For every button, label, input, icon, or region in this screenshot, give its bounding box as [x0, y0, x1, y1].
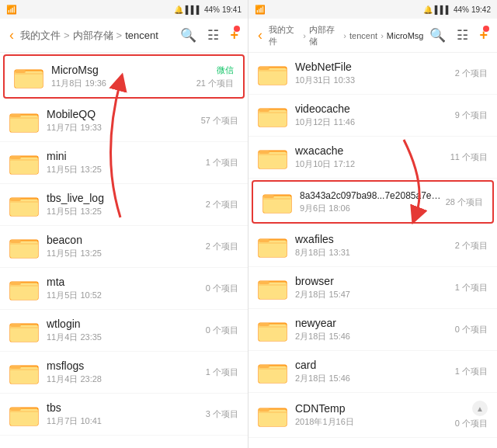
- top-icons-left: 🔍 ☷ +: [180, 27, 238, 43]
- list-item[interactable]: wtlogin 11月4日 23:35 0 个项目: [0, 310, 248, 352]
- list-item[interactable]: videocache 10月12日 11:46 9 个项目: [248, 95, 497, 137]
- bc-current-r: MicroMsg: [387, 31, 424, 40]
- file-meta: 1 个项目: [206, 157, 238, 168]
- file-date: 2月18日 15:47: [295, 289, 455, 300]
- file-name: mini: [47, 150, 206, 162]
- file-count: 9 个项目: [455, 109, 488, 121]
- list-item[interactable]: msflogs 11月4日 23:28 1 个项目: [0, 352, 248, 394]
- wifi-icon: 📶: [6, 5, 17, 15]
- list-item[interactable]: WebNetFile 10月31日 10:33 2 个项目: [248, 53, 497, 95]
- file-info: 8a343a2c097ba98...7e2085a7ebbc42 9月6日 18…: [300, 190, 446, 214]
- file-count: 1 个项目: [455, 366, 488, 377]
- back-button-left[interactable]: ‹: [9, 27, 14, 43]
- list-item[interactable]: CDNTemp 2018年1月16日 ▲ 0 个项目: [248, 393, 497, 438]
- file-count: 2 个项目: [455, 68, 488, 79]
- add-button-left[interactable]: +: [230, 27, 238, 43]
- status-right-r: 🔔 ▌▌▌ 44% 19:42: [423, 5, 491, 14]
- file-count: 0 个项目: [455, 324, 488, 335]
- folder-icon: [9, 109, 39, 134]
- new-dot-left: [234, 26, 240, 32]
- list-item[interactable]: wxacache 10月10日 17:12 11 个项目: [248, 137, 497, 179]
- file-meta: 1 个项目: [455, 282, 488, 293]
- file-info: browser 2月18日 15:47: [295, 275, 455, 300]
- file-count: 3 个项目: [206, 408, 238, 420]
- search-button-left[interactable]: 🔍: [180, 27, 196, 43]
- breadcrumb-root: 我的文件: [20, 29, 61, 43]
- grid-button-right[interactable]: ☷: [457, 27, 468, 43]
- file-info: wtlogin 11月4日 23:35: [47, 318, 206, 343]
- file-meta: 1 个项目: [206, 366, 238, 378]
- list-item[interactable]: MobileQQ 11月7日 19:33 57 个项目: [0, 100, 248, 142]
- list-item[interactable]: tbs 11月7日 10:41 3 个项目: [0, 394, 248, 436]
- wechat-badge: 微信: [217, 64, 234, 76]
- file-name: videocache: [295, 102, 455, 115]
- scroll-up-btn[interactable]: ▲: [472, 401, 488, 416]
- file-meta: 2 个项目: [206, 199, 238, 210]
- list-item[interactable]: browser 2月18日 15:47 1 个项目: [248, 267, 497, 309]
- list-item[interactable]: tbs_live_log 11月5日 13:25 2 个项目: [0, 184, 248, 226]
- svg-rect-23: [10, 366, 21, 369]
- svg-rect-36: [259, 151, 269, 154]
- new-dot-right: [483, 26, 489, 32]
- list-item[interactable]: beacon 11月5日 13:25 2 个项目: [0, 226, 248, 268]
- status-left: 📶: [6, 5, 17, 15]
- wifi-icon-r: 📶: [255, 5, 266, 15]
- search-button-right[interactable]: 🔍: [429, 27, 446, 43]
- file-name: wxacache: [295, 144, 450, 157]
- folder-icon: [258, 234, 287, 259]
- folder-icon: [9, 318, 39, 343]
- svg-rect-48: [259, 323, 269, 326]
- folder-icon: [9, 402, 39, 427]
- add-button-right[interactable]: +: [479, 27, 488, 43]
- file-info: WebNetFile 10月31日 10:33: [295, 61, 455, 86]
- file-date: 11月7日 19:33: [47, 122, 201, 134]
- file-name: mta: [47, 276, 206, 288]
- list-item[interactable]: mini 11月5日 13:25 1 个项目: [0, 142, 248, 184]
- svg-rect-39: [263, 195, 274, 198]
- list-item[interactable]: wxafiles 8月18日 13:31 2 个项目: [248, 225, 497, 267]
- file-date: 10月12日 11:46: [295, 116, 455, 128]
- file-name: msflogs: [47, 359, 206, 372]
- file-name: WebNetFile: [295, 61, 455, 73]
- list-item[interactable]: mta 11月5日 10:52 0 个项目: [0, 268, 248, 310]
- file-meta: 2 个项目: [206, 241, 238, 252]
- breadcrumb-sep1: >: [64, 30, 70, 41]
- notification-icon-r: 🔔: [423, 5, 433, 14]
- svg-rect-33: [259, 109, 269, 112]
- file-meta: 微信 21 个项目: [196, 64, 234, 89]
- file-name: CDNTemp: [295, 402, 455, 415]
- file-name: wtlogin: [47, 318, 206, 330]
- list-item[interactable]: newyear 2月18日 15:46 0 个项目: [248, 309, 497, 351]
- file-date: 11月5日 13:25: [47, 164, 206, 175]
- file-list-right: WebNetFile 10月31日 10:33 2 个项目: [248, 53, 497, 448]
- file-info: newyear 2月18日 15:46: [295, 317, 455, 342]
- file-meta: 0 个项目: [455, 324, 488, 335]
- file-info: tbs 11月7日 10:41: [47, 401, 206, 427]
- file-count: 0 个项目: [455, 418, 488, 429]
- bc-sep1-r: ›: [303, 31, 306, 40]
- file-date: 11月7日 10:41: [47, 415, 206, 427]
- file-meta: 2 个项目: [455, 240, 488, 252]
- file-meta: 9 个项目: [455, 109, 488, 121]
- file-date: 11月5日 13:25: [47, 248, 206, 259]
- file-info: beacon 11月5日 13:25: [47, 234, 206, 259]
- folder-icon: [258, 318, 287, 342]
- file-name: newyear: [295, 317, 455, 329]
- file-meta: 2 个项目: [455, 68, 488, 79]
- file-count: 2 个项目: [206, 241, 238, 252]
- list-item[interactable]: MicroMsg 11月8日 19:36 微信 21 个项目: [3, 54, 245, 99]
- file-name: browser: [295, 275, 455, 287]
- list-item[interactable]: card 2月18日 15:46 1 个项目: [248, 351, 497, 393]
- file-date: 2月18日 15:46: [295, 373, 455, 384]
- file-name: wxafiles: [295, 233, 455, 245]
- svg-rect-11: [10, 198, 21, 201]
- grid-button-left[interactable]: ☷: [207, 27, 219, 43]
- time-right: 19:42: [471, 5, 491, 14]
- list-item-hash[interactable]: 8a343a2c097ba98...7e2085a7ebbc42 9月6日 18…: [252, 180, 494, 224]
- file-meta: 1 个项目: [455, 366, 488, 377]
- top-icons-right: 🔍 ☷ +: [429, 27, 488, 43]
- breadcrumb-right: 我的文件 › 内部存储 › tencent › MicroMsg: [269, 24, 423, 47]
- back-button-right[interactable]: ‹: [258, 27, 262, 43]
- svg-rect-20: [10, 324, 21, 327]
- file-info: card 2月18日 15:46: [295, 359, 455, 384]
